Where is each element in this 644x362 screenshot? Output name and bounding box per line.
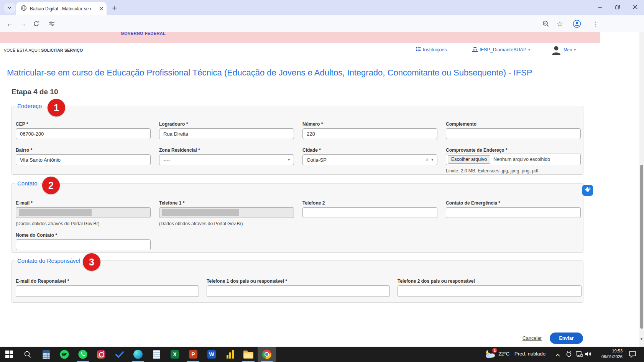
chevron-down-icon: ▾ (528, 48, 530, 52)
cidade-select[interactable]: Cotia-SP × ▾ (302, 154, 437, 165)
screen: Balcão Digital - Matricular-se e ← → ☆ ⋮… (0, 0, 644, 362)
profile-icon[interactable] (573, 20, 581, 28)
taskbar-clock[interactable]: 19:53 06/01/2026 (593, 348, 623, 360)
suap-nav-row: VOCÊ ESTÁ AQUI: SOLICITAR SERVIÇO Instit… (0, 43, 644, 58)
list-icon (416, 47, 421, 52)
guardian-email-label: E-mail do Responsável * (16, 278, 69, 284)
tab-title: Balcão Digital - Matricular-se e (30, 6, 91, 11)
taskbar-whatsapp-icon[interactable] (74, 347, 92, 362)
phone2-label: Telefone 2 (302, 200, 325, 206)
notification-center-icon[interactable] (629, 351, 636, 359)
zona-value: ---- (163, 157, 170, 163)
taskbar-calculator-icon[interactable] (37, 347, 55, 362)
logradouro-value: Rua Direita (163, 131, 188, 137)
submit-button[interactable]: Enviar (550, 333, 583, 344)
bairro-input[interactable]: Vila Santo Antônio (16, 154, 151, 165)
scrollbar[interactable]: ▼ (639, 32, 644, 347)
taskbar-excel-icon[interactable]: X (166, 347, 184, 362)
clear-selection-icon[interactable]: × (426, 157, 431, 162)
breadcrumb-prefix: VOCÊ ESTÁ AQUI: (4, 48, 41, 52)
site-settings-icon[interactable] (49, 21, 55, 27)
taskbar-file-explorer-icon[interactable] (239, 347, 258, 362)
guardian-phone1-input[interactable] (207, 285, 390, 297)
menu-dots-icon[interactable]: ⋮ (592, 20, 598, 27)
taskbar-todo-check-icon[interactable] (110, 347, 129, 362)
scrollbar-down-icon[interactable]: ▼ (640, 337, 643, 341)
taskbar-spotify-icon[interactable] (55, 347, 74, 362)
browser-tab[interactable]: Balcão Digital - Matricular-se e (16, 2, 107, 15)
bookmark-star-icon[interactable]: ☆ (557, 19, 563, 28)
accessibility-vlibras-button[interactable] (582, 185, 593, 196)
forward-icon[interactable]: → (20, 20, 27, 28)
numero-input[interactable]: 228 (302, 128, 437, 139)
contact-name-label: Nome do Contato * (16, 233, 57, 238)
globe-favicon-icon (21, 5, 27, 13)
emergency-label: Contato de Emergência * (446, 200, 500, 206)
window-minimize-button[interactable] (591, 0, 609, 14)
tray-chevron-up-icon[interactable] (555, 352, 560, 359)
taskbar-power-bi-icon[interactable] (221, 347, 239, 362)
taskbar-start-button[interactable] (0, 347, 18, 362)
taskbar: X P W 2 22°C Pred. nublado 19:53 06/01/2… (0, 347, 644, 362)
nav-institutions-link[interactable]: Instituições (416, 47, 447, 52)
numero-value: 228 (307, 131, 315, 137)
taskbar-instagram-icon[interactable] (92, 347, 110, 362)
guardian-phone2-input[interactable] (398, 285, 582, 297)
annotation-badge-1: 1 (48, 99, 65, 116)
cancel-link[interactable]: Cancelar (522, 336, 542, 341)
emergency-input[interactable] (446, 207, 581, 218)
section-contato: Contato E-mail * (Dados obtidos através … (12, 180, 583, 253)
section-endereco-legend: Endereço (17, 103, 42, 109)
guardian-phone1-label: Telefone 1 dos pais ou responsável * (207, 278, 287, 284)
window-close-button[interactable] (626, 0, 644, 14)
complemento-input[interactable] (446, 128, 581, 139)
tab-search-button[interactable] (4, 3, 15, 13)
hand-icon (585, 187, 591, 194)
weather-condition[interactable]: Pred. nublado (514, 351, 545, 357)
zona-select[interactable]: ---- ▾ (159, 154, 294, 165)
section-endereco: Endereço CEP * 06708-280 Logradouro * Ru… (12, 103, 583, 175)
cidade-label: Cidade * (302, 147, 321, 153)
section-responsavel-legend: Contato do Responsável (17, 257, 80, 264)
file-choose-button[interactable]: Escolher arquivo (448, 155, 490, 164)
taskbar-search-icon[interactable] (18, 347, 37, 362)
zona-label: Zona Residencial * (159, 147, 200, 153)
new-tab-button[interactable] (110, 4, 118, 12)
reload-icon[interactable] (33, 20, 39, 27)
taskbar-edge-icon[interactable] (129, 347, 147, 362)
user-avatar[interactable] (550, 44, 562, 57)
bairro-label: Bairro * (16, 147, 32, 153)
comprovante-file-input[interactable]: Escolher arquivo Nenhum arquivo escolhid… (446, 154, 581, 165)
zoom-out-icon[interactable] (542, 20, 549, 27)
taskbar-notepad-icon[interactable] (147, 347, 166, 362)
cep-input[interactable]: 06708-280 (16, 128, 151, 139)
window-restore-button[interactable] (609, 0, 626, 14)
phone2-input[interactable] (302, 207, 437, 218)
tray-network-icon[interactable] (576, 351, 583, 359)
phone1-label: Telefone 1 * (159, 200, 184, 206)
tray-speaker-icon[interactable] (585, 351, 592, 359)
tray-status-icon[interactable] (566, 351, 572, 359)
guardian-email-input[interactable] (16, 285, 199, 297)
taskbar-word-icon[interactable]: W (202, 347, 221, 362)
taskbar-chrome-icon[interactable] (258, 347, 276, 362)
weather-temp[interactable]: 22°C (498, 351, 509, 357)
clock-date: 06/01/2026 (593, 354, 623, 360)
weather-badge: 2 (492, 348, 497, 353)
taskbar-weather-icon[interactable]: 2 (485, 349, 495, 360)
tab-close-icon[interactable] (99, 7, 104, 11)
nav-institution-selector[interactable]: IFSP_DiamanteSUAP ▾ (472, 47, 530, 53)
contact-name-input[interactable] (16, 239, 151, 250)
logradouro-input[interactable]: Rua Direita (159, 128, 294, 139)
page-title: Matricular-se em curso de Educação Profi… (7, 68, 532, 78)
scrollbar-thumb[interactable] (640, 165, 643, 329)
browser-toolbar: ← → ☆ ⋮ (0, 15, 644, 32)
nav-user-menu[interactable]: Meu ▾ (564, 48, 576, 52)
back-icon[interactable]: ← (6, 20, 13, 28)
browser-tabstrip: Balcão Digital - Matricular-se e (0, 0, 644, 15)
nav-user-menu-label: Meu (564, 48, 572, 52)
taskbar-powerpoint-icon[interactable]: P (184, 347, 202, 362)
breadcrumb-current: SOLICITAR SERVIÇO (41, 48, 83, 52)
nav-institutions-label: Instituições (423, 47, 447, 52)
chevron-down-icon: ▾ (574, 48, 576, 52)
